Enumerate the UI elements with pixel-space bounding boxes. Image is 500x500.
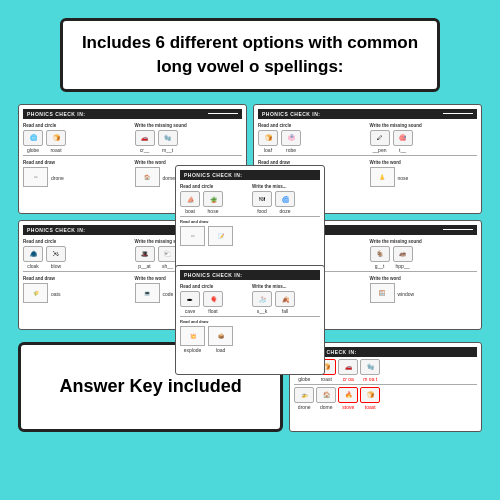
ws6-col1: Read and circle 🕳 cave 🎈 float — [180, 282, 248, 314]
ws2-word1: loaf — [258, 147, 278, 153]
ws6-bottom: 💥 explode 📦 load — [180, 326, 320, 353]
ws6-images2: 🧦 s__k 🍂 fall — [252, 291, 320, 314]
ws2-images: 🍞 loaf 👘 robe — [258, 130, 366, 153]
ws2-label3: Read and draw — [258, 160, 366, 165]
ws4-word3: g__t — [370, 263, 390, 269]
ws5-two-col: Read and circle ⛵ boat 🪴 hose Write the … — [180, 182, 320, 214]
ws2-col2: Write the missing sound 🖊 __pen 🎯 t__ — [370, 121, 478, 153]
ws6-header: PHONICS CHECK IN: — [180, 270, 320, 280]
ws6-word1: cave — [180, 308, 200, 314]
ws3-draw1: 🌾 — [23, 283, 48, 303]
ws5-draw2: 📝 — [208, 226, 233, 246]
ws4-bottom-col2: Write the word 🪟 window — [370, 274, 478, 304]
ws6-draw1: 💥 — [180, 326, 205, 346]
ws2-images2: 🖊 __pen 🎯 t__ — [370, 130, 478, 153]
ws6-divider — [180, 316, 320, 317]
ws4-images2: 🐐 g__t 🦛 hpp__ — [370, 246, 478, 269]
ws1-label1: Read and circle — [23, 123, 131, 128]
ws2-label1: Read and circle — [258, 123, 366, 128]
ws2-label4: Write the word — [370, 160, 478, 165]
ws1-word2: roast — [46, 147, 66, 153]
ws5-divider — [180, 216, 320, 217]
ws4-label4: Write the word — [370, 276, 478, 281]
ws3-img2: 🌬 — [46, 246, 66, 262]
ws1-label4: Write the word — [135, 160, 243, 165]
ws6-img2: 🎈 — [203, 291, 223, 307]
ws6-img1: 🕳 — [180, 291, 200, 307]
ws5-draw: ✏ — [180, 226, 205, 246]
ws4-dword2: window — [398, 284, 415, 304]
ws5-col1: Read and circle ⛵ boat 🪴 hose — [180, 182, 248, 214]
ws1-header: PHONICS CHECK IN: — [23, 109, 242, 119]
ws3-col1: Read and circle 🧥 cloak 🌬 blow — [23, 237, 131, 269]
ws5-title: PHONICS CHECK IN: — [184, 172, 243, 178]
ws1-word1: globe — [23, 147, 43, 153]
ws6-img3: 🧦 — [252, 291, 272, 307]
ws4-img3: 🐐 — [370, 246, 390, 262]
ws1-images: 🌐 globe 🍞 roast — [23, 130, 131, 153]
ws6-col2: Write the miss... 🧦 s__k 🍂 fall — [252, 282, 320, 314]
ws6-dword2: load — [208, 347, 233, 353]
ws2-img3: 🖊 — [370, 130, 390, 146]
ws5-images2: 🍽 food 🌀 doze — [252, 191, 320, 214]
ws5-label2: Write the miss... — [252, 184, 320, 189]
ws2-img4: 🎯 — [393, 130, 413, 146]
ws4-name-line — [443, 229, 473, 230]
ws2-dword2: nose — [398, 168, 409, 188]
ans-word1: globe — [294, 376, 314, 382]
ans-word8: toast — [360, 404, 380, 410]
ans-word5: drone — [294, 404, 314, 410]
ws3-dword1: oats — [51, 284, 60, 304]
ws3-dword2: code — [163, 284, 174, 304]
ws5-word3: food — [252, 208, 272, 214]
ws2-label2: Write the missing sound — [370, 123, 478, 128]
ans-img5: 🚁 — [294, 387, 314, 403]
ws3-label1: Read and circle — [23, 239, 131, 244]
ws1-dword1: drone — [51, 168, 64, 188]
ws4-img4: 🦛 — [393, 246, 413, 262]
ws5-word2: hose — [203, 208, 223, 214]
ws1-img1: 🌐 — [23, 130, 43, 146]
ws2-img1: 🍞 — [258, 130, 278, 146]
ws5-img4: 🌀 — [275, 191, 295, 207]
ws6-label2: Write the miss... — [252, 284, 320, 289]
ws5-bottom: ✏ 📝 — [180, 226, 320, 246]
ws6-two-col: Read and circle 🕳 cave 🎈 float Write the… — [180, 282, 320, 314]
ws5-col2: Write the miss... 🍽 food 🌀 doze — [252, 182, 320, 214]
ws5-word4: doze — [275, 208, 295, 214]
ws2-write: 👃 nose — [370, 167, 478, 188]
ws5-img3: 🍽 — [252, 191, 272, 207]
ws6-img4: 🍂 — [275, 291, 295, 307]
ws5-images: ⛵ boat 🪴 hose — [180, 191, 248, 214]
ws1-dword2: dome — [163, 168, 176, 188]
main-container: Includes 6 different options with common… — [0, 0, 500, 500]
ans-word3: cr oa — [338, 376, 358, 382]
ws2-word3: __pen — [370, 147, 390, 153]
ws1-bottom-col1: Read and draw ✏ drone — [23, 158, 131, 188]
ws1-word4: m__t — [158, 147, 178, 153]
ans-img7: 🔥 — [338, 387, 358, 403]
header-text: Includes 6 different options with common… — [82, 33, 418, 76]
ws3-title: PHONICS CHECK IN: — [27, 227, 86, 233]
ws2-name-line — [443, 113, 473, 114]
ws4-write: 🪟 window — [370, 283, 478, 304]
ans-word6: dome — [316, 404, 336, 410]
ws5-label1: Read and circle — [180, 184, 248, 189]
ws1-col2: Write the missing sound 🚗 cr__ 🧤 m__t — [135, 121, 243, 153]
ws1-divider — [23, 155, 242, 156]
ans-images2: 🚁 drone 🏠 dome 🔥 stove 🍞 toast — [294, 387, 477, 410]
ws3-img1: 🧥 — [23, 246, 43, 262]
ws4-col2: Write the missing sound 🐐 g__t 🦛 hpp__ — [370, 237, 478, 269]
ws5-label3: Read and draw — [180, 219, 320, 224]
ws5-word1: boat — [180, 208, 200, 214]
ws1-two-col: Read and circle 🌐 globe 🍞 roast Write th — [23, 121, 242, 153]
ws5-img2: 🪴 — [203, 191, 223, 207]
answer-key-label: Answer Key included — [60, 376, 242, 397]
worksheet-overlay-1: PHONICS CHECK IN: Read and circle ⛵ boat… — [175, 165, 325, 275]
ws2-two-col: Read and circle 🍞 loaf 👘 robe Write the — [258, 121, 477, 153]
ws3-draw: 🌾 oats — [23, 283, 131, 304]
ws5-img1: ⛵ — [180, 191, 200, 207]
ans-img4: 🧤 — [360, 359, 380, 375]
ws4-word4: hpp__ — [393, 263, 413, 269]
ws6-word3: s__k — [252, 308, 272, 314]
